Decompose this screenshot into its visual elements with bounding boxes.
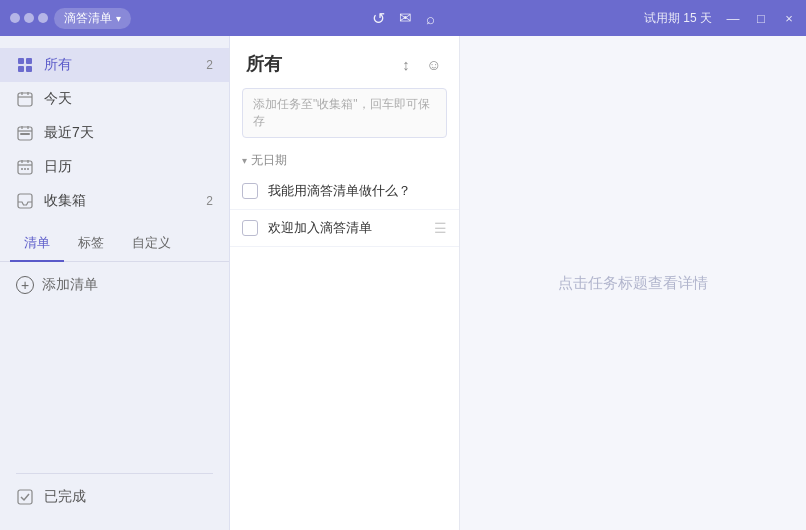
svg-rect-12 — [20, 133, 30, 135]
section-label-text: 无日期 — [251, 152, 287, 169]
sidebar-item-all-label: 所有 — [44, 56, 196, 74]
minimize-button[interactable]: — — [726, 11, 740, 25]
sidebar-nav: 所有 2 今天 — [0, 36, 229, 222]
titlebar-center: ↺ ✉ ⌕ — [372, 9, 435, 28]
sidebar-item-completed[interactable]: 已完成 — [0, 480, 229, 514]
app-name-label: 滴答清单 — [64, 10, 112, 27]
svg-rect-4 — [18, 93, 32, 106]
search-icon[interactable]: ⌕ — [426, 10, 435, 27]
svg-point-19 — [27, 168, 29, 170]
task-list-actions: ↕ ☺ — [397, 55, 443, 73]
tab-custom[interactable]: 自定义 — [118, 226, 185, 262]
svg-rect-2 — [18, 66, 24, 72]
app-name-pill: 滴答清单 ▾ — [54, 8, 131, 29]
inbox-icon — [16, 192, 34, 210]
completed-icon — [16, 488, 34, 506]
completed-label: 已完成 — [44, 488, 86, 506]
today-icon — [16, 90, 34, 108]
tab-tag[interactable]: 标签 — [64, 226, 118, 262]
mail-icon[interactable]: ✉ — [399, 9, 412, 27]
sidebar: 所有 2 今天 — [0, 36, 230, 530]
sidebar-item-calendar-label: 日历 — [44, 158, 203, 176]
task-item-text-2: 欢迎加入滴答清单 — [268, 219, 424, 237]
svg-rect-20 — [18, 194, 32, 208]
all-icon — [16, 56, 34, 74]
sidebar-divider — [16, 473, 213, 474]
task-item-text-1: 我能用滴答清单做什么？ — [268, 182, 447, 200]
sidebar-item-all[interactable]: 所有 2 — [0, 48, 229, 82]
titlebar-right: 试用期 15 天 — □ × — [435, 10, 797, 27]
detail-panel: 点击任务标题查看详情 — [460, 36, 806, 530]
task-checkbox-2[interactable] — [242, 220, 258, 236]
titlebar-left: 滴答清单 ▾ — [10, 8, 372, 29]
svg-point-18 — [24, 168, 26, 170]
task-list-title: 所有 — [246, 52, 282, 76]
sidebar-tabs: 清单 标签 自定义 — [0, 226, 229, 262]
add-list-label: 添加清单 — [42, 276, 98, 294]
plus-icon: + — [16, 276, 34, 294]
tab-list[interactable]: 清单 — [10, 226, 64, 262]
calendar-icon — [16, 158, 34, 176]
sidebar-item-today[interactable]: 今天 — [0, 82, 229, 116]
svg-rect-0 — [18, 58, 24, 64]
task-list-panel: 所有 ↕ ☺ 添加任务至"收集箱"，回车即可保存 ▾ 无日期 我能用滴答清单做什… — [230, 36, 460, 530]
sidebar-item-today-label: 今天 — [44, 90, 203, 108]
titlebar: 滴答清单 ▾ ↺ ✉ ⌕ 试用期 15 天 — □ × — [0, 0, 806, 36]
task-item-2[interactable]: 欢迎加入滴答清单 ☰ — [230, 210, 459, 247]
refresh-icon[interactable]: ↺ — [372, 9, 385, 28]
svg-rect-21 — [18, 490, 32, 504]
traffic-dot-1 — [10, 13, 20, 23]
sidebar-item-inbox-label: 收集箱 — [44, 192, 196, 210]
detail-placeholder-text: 点击任务标题查看详情 — [558, 274, 708, 293]
sidebar-item-week-label: 最近7天 — [44, 124, 203, 142]
maximize-button[interactable]: □ — [754, 11, 768, 25]
chevron-down-icon: ▾ — [116, 13, 121, 24]
week-icon — [16, 124, 34, 142]
smiley-icon[interactable]: ☺ — [425, 55, 443, 73]
task-item[interactable]: 我能用滴答清单做什么？ — [230, 173, 459, 210]
add-list-button[interactable]: + 添加清单 — [0, 266, 229, 304]
svg-point-17 — [21, 168, 23, 170]
task-add-placeholder: 添加任务至"收集箱"，回车即可保存 — [253, 97, 430, 128]
sidebar-item-inbox[interactable]: 收集箱 2 — [0, 184, 229, 218]
traffic-dot-3 — [38, 13, 48, 23]
trial-text: 试用期 15 天 — [644, 10, 712, 27]
main-area: 所有 2 今天 — [0, 36, 806, 530]
close-button[interactable]: × — [782, 11, 796, 25]
section-chevron-icon: ▾ — [242, 155, 247, 166]
task-item-note-icon: ☰ — [434, 220, 447, 236]
sidebar-item-calendar[interactable]: 日历 — [0, 150, 229, 184]
sidebar-item-week[interactable]: 最近7天 — [0, 116, 229, 150]
sidebar-item-inbox-count: 2 — [206, 194, 213, 208]
sidebar-item-all-count: 2 — [206, 58, 213, 72]
task-section-label: ▾ 无日期 — [230, 148, 459, 173]
traffic-dots — [10, 13, 48, 23]
svg-rect-13 — [18, 161, 32, 174]
sort-icon[interactable]: ↕ — [397, 55, 415, 73]
svg-rect-1 — [26, 58, 32, 64]
task-checkbox-1[interactable] — [242, 183, 258, 199]
task-list-header: 所有 ↕ ☺ — [230, 36, 459, 84]
task-add-input[interactable]: 添加任务至"收集箱"，回车即可保存 — [242, 88, 447, 138]
svg-rect-3 — [26, 66, 32, 72]
traffic-dot-2 — [24, 13, 34, 23]
